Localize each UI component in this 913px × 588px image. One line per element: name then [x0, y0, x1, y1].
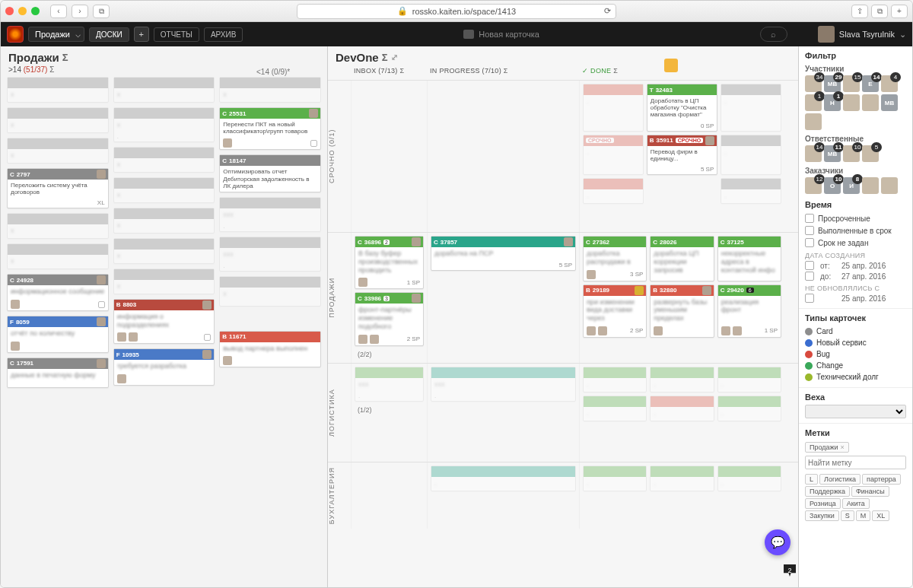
card-29189[interactable]: B29189 при изменении вида доставки через… [583, 284, 647, 338]
person-chip[interactable]: 1 [805, 94, 822, 111]
milestone-select[interactable] [805, 405, 906, 418]
sigma-icon[interactable]: Σ [49, 65, 54, 74]
tabs-button[interactable]: ⧉ [93, 5, 110, 18]
share-button[interactable]: ⇪ [851, 5, 868, 18]
person-chip[interactable] [862, 177, 879, 194]
card-37857[interactable]: C37857 доработка на ПСР 5 SP [431, 236, 576, 271]
sigma-icon[interactable]: Σ [382, 52, 388, 63]
tag-chip[interactable]: Поддержка [805, 486, 850, 497]
tag-chip[interactable]: Акита [842, 498, 870, 509]
person-chip[interactable]: 4 [881, 75, 898, 92]
new-tab-button[interactable]: + [891, 5, 908, 18]
back-button[interactable]: ‹ [50, 5, 67, 18]
remove-tag-icon[interactable]: × [841, 443, 845, 451]
space-select[interactable]: Продажи [28, 27, 84, 42]
tabs-overview-button[interactable]: ⧉ [871, 5, 888, 18]
card-17591[interactable]: C17591 данные в печатную форму [7, 358, 109, 388]
date-upd-row[interactable]: 25 апр. 2016 [805, 293, 906, 304]
right-board-title-row: DevOne Σ ⤢ [328, 46, 798, 65]
forward-button[interactable]: › [72, 5, 88, 18]
expand-icon[interactable]: ⤢ [391, 52, 398, 62]
person-chip[interactable]: О10 [824, 177, 841, 194]
tag-chip[interactable]: Финансы [851, 486, 889, 497]
person-chip[interactable] [881, 177, 898, 194]
card-18147[interactable]: C18147 Оптимизировать отчет Дебиторская … [219, 154, 321, 192]
person-chip[interactable]: МВ [881, 94, 898, 111]
card-37125[interactable]: C37125 некорректные адреса в контактной … [717, 236, 781, 281]
person-chip[interactable]: 10 [843, 145, 860, 162]
app-logo[interactable] [7, 26, 24, 43]
person-chip[interactable]: 15 [843, 75, 860, 92]
check-noduedate[interactable]: Срок не задан [805, 237, 906, 249]
url-bar[interactable]: 🔒 rossko.kaiten.io/space/1413 ⟳ [297, 4, 616, 19]
card-8059[interactable]: F8059 отчёт по количеству [7, 316, 109, 353]
card-10935[interactable]: F10935 требуется разработка [113, 348, 215, 386]
selected-tag[interactable]: Продажи× [805, 442, 849, 453]
tag-chip[interactable]: Розница [805, 498, 841, 509]
tag-chip[interactable]: M [856, 510, 871, 521]
maximize-window[interactable] [31, 7, 40, 15]
type-row[interactable]: Change [805, 360, 906, 371]
card-29420[interactable]: C294206 реализация фронт 1 SP [717, 284, 781, 338]
type-row[interactable]: Новый сервис [805, 337, 906, 348]
card-25531[interactable]: C25531 Перенести ПКТ на новый классифика… [219, 107, 321, 150]
find-label-input[interactable] [805, 456, 906, 469]
type-row[interactable]: Bug [805, 348, 906, 360]
sigma-icon[interactable]: Σ [62, 52, 68, 63]
card-33986[interactable]: C339863 фронт-партнёры изменение подобно… [355, 292, 424, 345]
tag-chip[interactable]: Логистика [819, 474, 861, 485]
check-overdue[interactable]: Просроченные [805, 212, 906, 224]
person-chip[interactable]: Е14 [862, 75, 879, 92]
card-32483[interactable]: T32483 Доработать в ЦП обработку "Очистк… [647, 84, 718, 132]
tag-chip[interactable]: партерра [862, 474, 901, 485]
help-fab[interactable]: 💬 [765, 529, 791, 555]
search-button[interactable]: ⌕ [760, 27, 787, 42]
chevron-down-icon[interactable]: ⌄ [899, 30, 906, 40]
person-chip[interactable]: 14 [805, 145, 822, 162]
person-chip[interactable]: МВ29 [824, 75, 841, 92]
card-27362[interactable]: C27362 доработка распродажи в 3 SP [583, 236, 647, 281]
card-28026[interactable]: C28026 доработка ЦП коррекции запросив [650, 236, 714, 281]
archive-tab[interactable]: АРХИВ [204, 27, 243, 42]
col-inprogress: IN PROGRESS (7/10) [430, 67, 501, 75]
tag-chip[interactable]: XL [872, 510, 889, 521]
tag-chip[interactable]: Закупки [805, 510, 839, 521]
card-8803[interactable]: B8803 информация о подразделениях [113, 299, 215, 345]
reports-tab[interactable]: ОТЧЕТЫ [154, 27, 199, 42]
card-24928[interactable]: C24928 информационное сообщение [7, 274, 109, 311]
card-2797[interactable]: C2797 Переложить систему учёта договоров… [7, 168, 109, 208]
notupdated-heading: НЕ ОБНОВЛЯЛИСЬ С [805, 284, 906, 292]
reload-icon[interactable]: ⟳ [604, 6, 611, 16]
person-chip[interactable]: 34 [805, 75, 822, 92]
close-filter-button[interactable]: ✕ [798, 46, 799, 65]
user-name[interactable]: Slava Tsyrulnik [839, 30, 895, 39]
card-36896[interactable]: C368962 В базу буфер производственных пр… [355, 236, 424, 289]
person-chip[interactable]: МВ11 [824, 145, 841, 162]
tag-chip[interactable]: S [841, 510, 854, 521]
user-avatar[interactable] [818, 26, 835, 43]
date-to-row[interactable]: до:27 апр. 2016 [805, 271, 906, 281]
window-controls[interactable] [5, 7, 40, 15]
new-card-hint[interactable]: Новая карточка [247, 30, 755, 39]
tag-chip[interactable]: L [805, 474, 818, 485]
close-window[interactable] [5, 7, 14, 15]
person-chip[interactable] [862, 94, 879, 111]
person-chip[interactable]: Н1 [824, 94, 841, 111]
person-chip[interactable]: И8 [843, 177, 860, 194]
card-35911[interactable]: B35911СРОЧНО Перевод фирм в единицу... 5… [647, 135, 718, 175]
check-ontime[interactable]: Выполненные в срок [805, 224, 906, 237]
app-toolbar: Продажи ДОСКИ + ОТЧЕТЫ АРХИВ Новая карто… [1, 22, 912, 46]
person-chip[interactable] [843, 94, 860, 111]
minimize-window[interactable] [18, 7, 27, 15]
boards-tab[interactable]: ДОСКИ [89, 27, 129, 42]
card-11671[interactable]: B11671 вывод партнера выполнен [219, 331, 321, 368]
person-chip[interactable]: 12 [805, 177, 822, 194]
person-chip[interactable]: 5 [862, 145, 879, 162]
add-board-button[interactable]: + [134, 27, 149, 42]
date-from-row[interactable]: от:25 апр. 2016 [805, 260, 906, 271]
type-row[interactable]: Card [805, 326, 906, 337]
person-chip[interactable] [805, 113, 822, 130]
type-row[interactable]: Технический долг [805, 371, 906, 383]
card-32880[interactable]: B32880 развернуть базы уменьшим пределах [650, 284, 714, 338]
lane-prodazhi: ПРОДАЖИ [328, 233, 351, 363]
